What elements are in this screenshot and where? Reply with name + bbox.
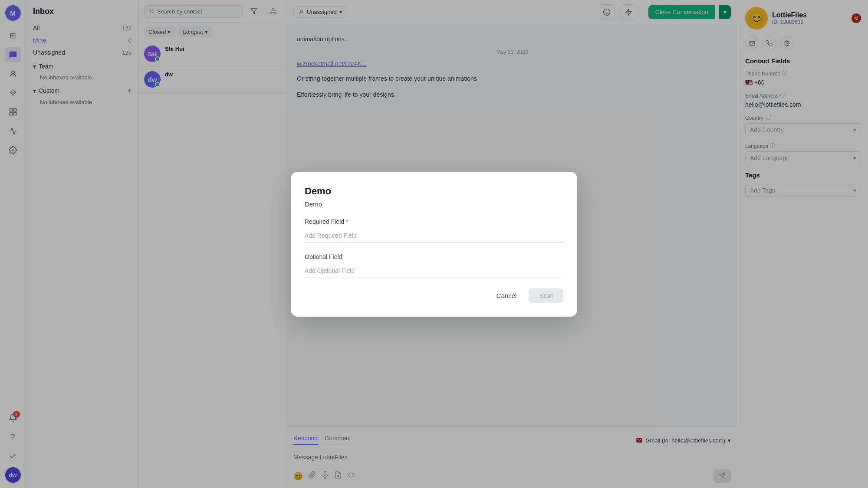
modal-start-button[interactable]: Start [529,288,563,303]
required-field-section: Required Field * [305,218,563,243]
modal-subtitle: Demo [305,200,563,208]
demo-modal: Demo Demo Required Field * Optional Fiel… [291,172,577,317]
optional-field-section: Optional Field [305,253,563,278]
modal-cancel-button[interactable]: Cancel [490,288,524,303]
modal-footer: Cancel Start [305,288,563,303]
required-star: * [346,218,348,225]
modal-overlay[interactable]: Demo Demo Required Field * Optional Fiel… [0,0,868,488]
required-field-input[interactable] [305,229,563,243]
modal-title: Demo [305,186,563,197]
optional-field-input[interactable] [305,264,563,278]
